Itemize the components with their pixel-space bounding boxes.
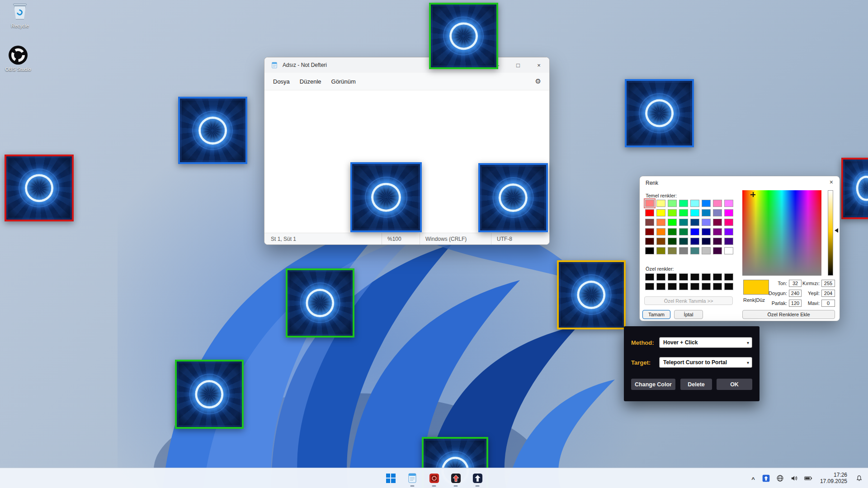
color-swatch[interactable] (690, 228, 699, 235)
color-swatch[interactable] (679, 209, 688, 216)
portal[interactable] (625, 79, 694, 147)
change-color-button[interactable]: Change Color (631, 379, 675, 390)
color-swatch[interactable] (702, 219, 711, 226)
menu-file[interactable]: Dosya (268, 75, 295, 88)
define-custom-colors-button[interactable]: Özel Renk Tanımla >> (644, 296, 733, 305)
color-swatch[interactable] (656, 273, 665, 281)
taskbar-upload-red-icon[interactable] (446, 469, 466, 487)
color-swatch[interactable] (713, 200, 722, 207)
color-swatch[interactable] (713, 283, 722, 290)
color-swatch[interactable] (724, 209, 733, 216)
color-swatch[interactable] (668, 273, 677, 281)
color-swatch[interactable] (690, 273, 699, 281)
color-swatch[interactable] (668, 219, 677, 226)
color-swatch[interactable] (645, 228, 654, 235)
ok-button[interactable]: OK (717, 379, 752, 390)
notepad-titlebar[interactable]: Adsız - Not Defteri – □ × (264, 57, 549, 73)
color-swatch[interactable] (724, 228, 733, 235)
network-globe-icon[interactable] (774, 470, 787, 486)
blue-input[interactable]: 0 (821, 300, 835, 307)
color-swatch[interactable] (656, 283, 665, 290)
color-swatch[interactable] (645, 273, 654, 281)
green-input[interactable]: 204 (821, 290, 835, 297)
color-swatch[interactable] (645, 238, 654, 245)
color-swatch[interactable] (724, 283, 733, 290)
color-swatch[interactable] (702, 238, 711, 245)
target-dropdown[interactable]: Teleport Cursor to Portal ▾ (659, 357, 752, 368)
color-swatch[interactable] (713, 247, 722, 254)
menu-edit[interactable]: Düzenle (295, 75, 326, 88)
color-swatch[interactable] (679, 283, 688, 290)
color-swatch[interactable] (679, 273, 688, 281)
portal[interactable] (350, 162, 422, 232)
menu-view[interactable]: Görünüm (326, 75, 361, 88)
battery-icon[interactable] (802, 470, 815, 486)
color-swatch[interactable] (702, 209, 711, 216)
cancel-button[interactable]: İptal (674, 310, 703, 319)
portal[interactable] (429, 3, 498, 69)
taskbar-clock[interactable]: 17:26 17.09.2025 (816, 472, 851, 484)
color-swatch[interactable] (656, 247, 665, 254)
color-swatch[interactable] (679, 247, 688, 254)
color-swatch[interactable] (668, 228, 677, 235)
color-swatch[interactable] (668, 209, 677, 216)
tray-app-icon[interactable] (760, 470, 773, 486)
color-swatch[interactable] (690, 247, 699, 254)
color-swatch[interactable] (656, 209, 665, 216)
start-button[interactable] (381, 469, 401, 487)
delete-button[interactable]: Delete (680, 379, 712, 390)
color-swatch[interactable] (713, 219, 722, 226)
color-swatch[interactable] (679, 228, 688, 235)
luminance-slider-arrow[interactable] (835, 228, 838, 233)
color-swatch[interactable] (679, 219, 688, 226)
volume-icon[interactable] (788, 470, 801, 486)
settings-gear-icon[interactable]: ⚙ (535, 77, 541, 85)
portal[interactable] (841, 158, 868, 219)
close-button[interactable]: × (528, 57, 549, 73)
color-swatch[interactable] (713, 209, 722, 216)
taskbar-portal-app-icon[interactable] (424, 469, 444, 487)
color-swatch[interactable] (690, 283, 699, 290)
taskbar-notepad-icon[interactable] (402, 469, 422, 487)
ok-button[interactable]: Tamam (642, 310, 670, 319)
maximize-button[interactable]: □ (508, 57, 528, 73)
color-swatch[interactable] (724, 200, 733, 207)
color-swatch[interactable] (656, 200, 665, 207)
color-swatch[interactable] (668, 200, 677, 207)
portal[interactable] (5, 155, 74, 221)
desktop-icon-recycle[interactable]: Recycle (5, 4, 35, 28)
color-swatch[interactable] (668, 283, 677, 290)
color-swatch[interactable] (713, 238, 722, 245)
red-input[interactable]: 255 (821, 280, 835, 287)
color-swatch[interactable] (702, 247, 711, 254)
add-to-custom-colors-button[interactable]: Özel Renklere Ekle (742, 310, 835, 319)
color-swatch[interactable] (702, 200, 711, 207)
color-swatch[interactable] (702, 273, 711, 281)
taskbar-upload-blue-icon[interactable] (467, 469, 487, 487)
color-swatch[interactable] (690, 238, 699, 245)
method-dropdown[interactable]: Hover + Click ▾ (659, 337, 752, 348)
color-swatch[interactable] (645, 200, 654, 207)
portal[interactable] (557, 260, 626, 329)
color-swatch[interactable] (690, 219, 699, 226)
color-swatch[interactable] (668, 247, 677, 254)
color-swatch[interactable] (656, 228, 665, 235)
portal[interactable] (178, 97, 247, 164)
color-swatch[interactable] (668, 238, 677, 245)
color-swatch[interactable] (656, 219, 665, 226)
color-swatch[interactable] (724, 273, 733, 281)
color-swatch[interactable] (713, 273, 722, 281)
portal[interactable] (286, 268, 354, 338)
color-swatch[interactable] (645, 247, 654, 254)
color-swatch[interactable] (690, 209, 699, 216)
color-swatch[interactable] (645, 283, 654, 290)
notification-bell-icon[interactable] (853, 470, 865, 486)
color-swatch[interactable] (645, 209, 654, 216)
color-swatch[interactable] (724, 238, 733, 245)
color-swatch[interactable] (679, 200, 688, 207)
color-swatch[interactable] (656, 238, 665, 245)
tray-show-hidden-icons[interactable]: ^ (748, 476, 759, 483)
color-swatch[interactable] (724, 247, 733, 254)
portal[interactable] (175, 360, 244, 429)
color-swatch[interactable] (724, 219, 733, 226)
